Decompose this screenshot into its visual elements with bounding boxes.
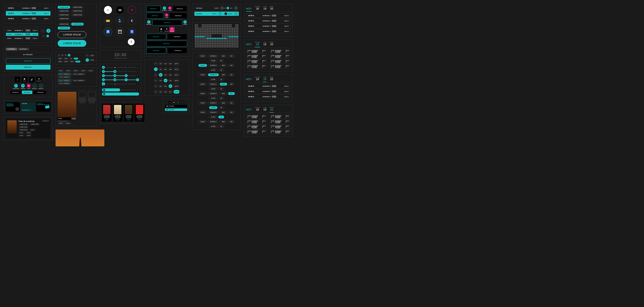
- plus-button[interactable]: +: [46, 29, 50, 33]
- minus-button[interactable]: −: [221, 7, 223, 10]
- format-pill[interactable]: DOLBY: [198, 54, 207, 58]
- minus-button[interactable]: −: [219, 12, 221, 15]
- rating-7[interactable]: 7+: [86, 58, 89, 62]
- promo-cards[interactable]: AHORRA CONNUESTRAS TARJETAS: [36, 102, 50, 112]
- product-card[interactable]: CUBO DE PALOMITAS SALADAS5,20 €: [113, 104, 122, 122]
- day-tab[interactable]: Martes20: [270, 42, 274, 47]
- format-pill[interactable]: IMAX: [220, 120, 227, 123]
- time-chip[interactable]: 21:30 h.: [65, 70, 72, 72]
- rating-18[interactable]: 18+: [168, 73, 172, 77]
- day-tab[interactable]: Domingo18: [255, 6, 260, 12]
- showtime-row[interactable]: 10:00 h.SCREEN XVOSESALA 5: [246, 114, 267, 119]
- showtime-row[interactable]: 10:00 h.SCREEN XVOSESALA 5: [6, 6, 50, 10]
- default-pill-close[interactable]: ✕DEFAULT: [34, 91, 46, 94]
- rating-apta[interactable]: APTA: [69, 60, 74, 62]
- filter-row-active[interactable]: FILTRAR: [165, 108, 187, 111]
- rating-12[interactable]: 12+: [159, 79, 162, 82]
- lorem-button-outline[interactable]: LOREM IPSUM: [58, 31, 86, 38]
- info-icon[interactable]: i: [235, 7, 237, 10]
- exit-button[interactable]: ✕SALIR: [27, 84, 30, 89]
- format-pill[interactable]: DOLBY: [198, 64, 207, 67]
- format-pill[interactable]: DOLBY: [198, 83, 207, 86]
- format-pill[interactable]: IMAX: [220, 64, 227, 67]
- default-button-sel[interactable]: DEFAULT: [146, 48, 166, 54]
- day-tab-hoy[interactable]: HOY: [246, 42, 252, 47]
- format-pill[interactable]: SCREEN X: [208, 92, 219, 95]
- euro-mini-icon[interactable]: €: [181, 101, 184, 104]
- rating-apta[interactable]: APTA: [174, 79, 180, 82]
- rating-pl[interactable]: PL+: [74, 58, 78, 60]
- chip[interactable]: LOREM IPSUM: [58, 17, 70, 20]
- day-tab[interactable]: Domingo18: [255, 107, 260, 112]
- rating-18[interactable]: 18+: [168, 84, 172, 88]
- format-pill[interactable]: DOLBY: [198, 73, 207, 76]
- showtime-row[interactable]: 10:00 h.SCREEN XVOSESALA 5: [246, 49, 267, 54]
- lorem-button-fill[interactable]: LOREM IPSUM: [58, 40, 86, 47]
- format-pill[interactable]: 3D: [218, 59, 224, 62]
- time-chip-screenx[interactable]: 21:30 h.SCREEN X: [72, 80, 86, 82]
- rating-18[interactable]: 18: [68, 54, 70, 56]
- format-pill[interactable]: 3D: [218, 125, 224, 128]
- day-tab[interactable]: Domingo18: [255, 42, 260, 47]
- plus-button-sm[interactable]: +: [46, 35, 49, 37]
- showtime-row[interactable]: 10:00 h.SCREEN XVOSESALA 5: [270, 130, 291, 134]
- format-pill[interactable]: ULTRA: [209, 78, 217, 81]
- time-chip[interactable]: 21:30 h.: [72, 70, 79, 72]
- showtime-row[interactable]: 10:00 h.SCREEN XVOSESALA 5: [270, 114, 291, 119]
- showtime-row[interactable]: 10:00 h.SCREEN XVOSESALA 5: [246, 119, 267, 124]
- time-chip[interactable]: 21:30 h.: [88, 70, 94, 72]
- day-tab[interactable]: Martes20: [270, 107, 274, 112]
- day-tab[interactable]: Lunes19: [263, 42, 266, 47]
- rating-apta[interactable]: APTA: [58, 58, 63, 60]
- undo-circ[interactable]: ↶DESHACER: [162, 6, 167, 11]
- rating-12[interactable]: 12+: [159, 62, 162, 66]
- product-card[interactable]: CUBO DE PALOMITAS SALADAS5,20 €: [124, 104, 134, 122]
- rating-7[interactable]: 7+: [154, 84, 158, 88]
- rating-16[interactable]: 16+: [164, 73, 168, 77]
- rating-12[interactable]: 12+: [159, 84, 162, 88]
- day-tab[interactable]: Lunes19: [263, 76, 266, 82]
- rating-16[interactable]: 16+: [164, 67, 168, 71]
- rating-apta[interactable]: APTA: [58, 60, 63, 62]
- rating-apta[interactable]: APTA: [64, 60, 68, 62]
- default-button-sel[interactable]: DEFAULT: [146, 6, 161, 12]
- filter-row[interactable]: FILTRAR: [165, 105, 187, 107]
- default-button[interactable]: DEFAULT: [170, 13, 187, 18]
- undo-circ[interactable]: ↶DESHACER: [146, 20, 152, 25]
- default-button-sel[interactable]: DEFAULT: [146, 34, 166, 40]
- rating-7[interactable]: 7+: [154, 67, 158, 71]
- format-pill[interactable]: SCREEN X: [208, 83, 219, 86]
- format-pill[interactable]: ULTRA: [209, 116, 217, 118]
- rating-7[interactable]: 7+: [154, 73, 158, 77]
- format-pill[interactable]: 4DX: [228, 83, 235, 86]
- person-icon-button[interactable]: 🚹: [128, 28, 136, 36]
- day-tab[interactable]: Lunes19: [263, 6, 266, 12]
- format-pill[interactable]: DOLBY: [198, 111, 207, 114]
- chip[interactable]: LOREM IPSUM: [58, 14, 70, 16]
- rating-pl[interactable]: PL: [69, 58, 73, 60]
- format-pill[interactable]: SCREEN X: [208, 64, 219, 67]
- home-button[interactable]: ⌂: [15, 77, 20, 82]
- play-button[interactable]: ▶PLAY: [159, 27, 164, 32]
- showtime-row[interactable]: 10:00 h.SCREEN XVOSESALA 5: [270, 64, 291, 69]
- rating-12[interactable]: 12+: [159, 73, 162, 77]
- rating-7[interactable]: 7+: [86, 54, 89, 57]
- pause-button[interactable]: ⏸PAUSAR: [164, 27, 169, 32]
- showtime-row[interactable]: 10:00 h.SCREEN XVOSESALA 5: [246, 13, 291, 18]
- promo-popcorn[interactable]: DISFRUTA DEPALOMITAS y REFRESCOS: [6, 102, 20, 112]
- format-pill[interactable]: 3D: [218, 97, 224, 100]
- movie-poster[interactable]: DUNEVOSE: [58, 92, 76, 120]
- showtime-row[interactable]: 10:00 h.SCREEN XVOSESALA 5: [246, 24, 291, 28]
- default-button[interactable]: DEFAULT: [167, 34, 187, 40]
- day-tab-hoy[interactable]: HOY: [246, 107, 252, 112]
- rating-18[interactable]: 18+: [168, 62, 172, 66]
- showtime-row-sm[interactable]: 10:00 h.SCREEN XVOSESALA 5: [6, 29, 38, 32]
- trailer-button[interactable]: TRAILER: [6, 52, 50, 57]
- day-tab[interactable]: Martes20: [270, 76, 274, 82]
- seat-mini-icon[interactable]: 💺: [177, 101, 180, 104]
- rating-apta[interactable]: APTA: [174, 73, 180, 77]
- euro-icon-button[interactable]: €: [128, 17, 136, 25]
- chip[interactable]: LOREM IPSUM: [71, 10, 84, 12]
- rating-apta[interactable]: APTA: [75, 60, 80, 62]
- product-card[interactable]: CUBO DE PALOMITAS SALADAS5,20 €: [102, 104, 112, 122]
